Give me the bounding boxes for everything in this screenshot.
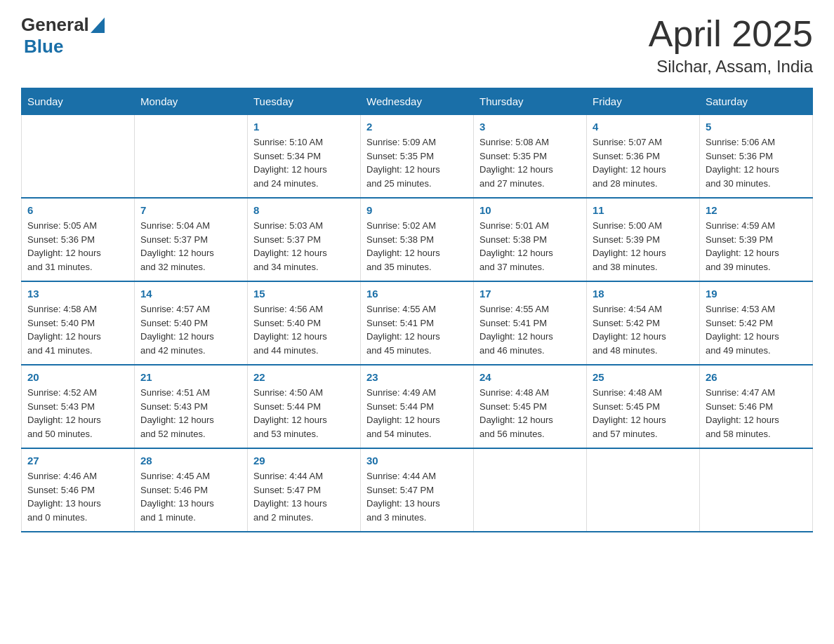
day-info: Sunrise: 4:45 AMSunset: 5:46 PMDaylight:… — [140, 469, 241, 524]
day-info: Sunrise: 4:52 AMSunset: 5:43 PMDaylight:… — [27, 386, 128, 441]
calendar-title: April 2025 — [649, 14, 813, 54]
logo-general-text: General — [21, 14, 89, 36]
day-info: Sunrise: 5:01 AMSunset: 5:38 PMDaylight:… — [479, 219, 581, 274]
day-info: Sunrise: 4:59 AMSunset: 5:39 PMDaylight:… — [706, 219, 807, 274]
calendar-cell: 26Sunrise: 4:47 AMSunset: 5:46 PMDayligh… — [700, 365, 813, 448]
day-info: Sunrise: 5:03 AMSunset: 5:37 PMDaylight:… — [253, 219, 355, 274]
calendar-week-row: 20Sunrise: 4:52 AMSunset: 5:43 PMDayligh… — [22, 365, 813, 448]
day-number: 8 — [253, 204, 355, 216]
day-info: Sunrise: 4:58 AMSunset: 5:40 PMDaylight:… — [27, 302, 128, 357]
day-info: Sunrise: 5:02 AMSunset: 5:38 PMDaylight:… — [366, 219, 468, 274]
day-info: Sunrise: 5:06 AMSunset: 5:36 PMDaylight:… — [706, 135, 807, 190]
day-number: 4 — [593, 121, 694, 133]
day-number: 18 — [593, 288, 694, 300]
day-number: 15 — [253, 288, 355, 300]
day-info: Sunrise: 5:07 AMSunset: 5:36 PMDaylight:… — [593, 135, 694, 190]
day-number: 7 — [140, 204, 241, 216]
day-info: Sunrise: 4:49 AMSunset: 5:44 PMDaylight:… — [366, 386, 468, 441]
day-number: 16 — [366, 288, 468, 300]
calendar-cell — [474, 448, 587, 532]
weekday-header-wednesday: Wednesday — [361, 88, 474, 115]
calendar-week-row: 1Sunrise: 5:10 AMSunset: 5:34 PMDaylight… — [22, 115, 813, 199]
svg-marker-0 — [91, 18, 105, 33]
day-info: Sunrise: 4:44 AMSunset: 5:47 PMDaylight:… — [253, 469, 355, 524]
day-number: 23 — [366, 371, 468, 383]
calendar-subtitle: Silchar, Assam, India — [649, 57, 813, 76]
day-number: 28 — [140, 455, 241, 467]
calendar-cell: 22Sunrise: 4:50 AMSunset: 5:44 PMDayligh… — [248, 365, 361, 448]
calendar-cell: 28Sunrise: 4:45 AMSunset: 5:46 PMDayligh… — [135, 448, 248, 532]
day-number: 6 — [27, 204, 128, 216]
day-number: 26 — [706, 371, 807, 383]
day-info: Sunrise: 5:00 AMSunset: 5:39 PMDaylight:… — [593, 219, 694, 274]
day-info: Sunrise: 4:57 AMSunset: 5:40 PMDaylight:… — [140, 302, 241, 357]
calendar-cell: 1Sunrise: 5:10 AMSunset: 5:34 PMDaylight… — [248, 115, 361, 199]
calendar-cell: 13Sunrise: 4:58 AMSunset: 5:40 PMDayligh… — [22, 281, 135, 365]
day-number: 21 — [140, 371, 241, 383]
calendar-cell — [587, 448, 700, 532]
day-info: Sunrise: 4:48 AMSunset: 5:45 PMDaylight:… — [593, 386, 694, 441]
day-info: Sunrise: 4:44 AMSunset: 5:47 PMDaylight:… — [366, 469, 468, 524]
logo-blue-text: Blue — [24, 36, 63, 57]
calendar-table: SundayMondayTuesdayWednesdayThursdayFrid… — [21, 88, 813, 532]
title-block: April 2025 Silchar, Assam, India — [649, 14, 813, 76]
calendar-cell: 8Sunrise: 5:03 AMSunset: 5:37 PMDaylight… — [248, 198, 361, 281]
weekday-header-friday: Friday — [587, 88, 700, 115]
day-number: 3 — [479, 121, 581, 133]
logo: General Blue — [21, 14, 105, 58]
day-number: 19 — [706, 288, 807, 300]
day-number: 5 — [706, 121, 807, 133]
weekday-header-monday: Monday — [135, 88, 248, 115]
day-info: Sunrise: 5:08 AMSunset: 5:35 PMDaylight:… — [479, 135, 581, 190]
weekday-header-tuesday: Tuesday — [248, 88, 361, 115]
page-header: General Blue April 2025 Silchar, Assam, … — [21, 14, 813, 76]
calendar-cell: 18Sunrise: 4:54 AMSunset: 5:42 PMDayligh… — [587, 281, 700, 365]
day-info: Sunrise: 4:51 AMSunset: 5:43 PMDaylight:… — [140, 386, 241, 441]
calendar-cell: 16Sunrise: 4:55 AMSunset: 5:41 PMDayligh… — [361, 281, 474, 365]
calendar-cell: 10Sunrise: 5:01 AMSunset: 5:38 PMDayligh… — [474, 198, 587, 281]
calendar-week-row: 13Sunrise: 4:58 AMSunset: 5:40 PMDayligh… — [22, 281, 813, 365]
day-info: Sunrise: 4:55 AMSunset: 5:41 PMDaylight:… — [366, 302, 468, 357]
calendar-cell: 27Sunrise: 4:46 AMSunset: 5:46 PMDayligh… — [22, 448, 135, 532]
calendar-cell: 21Sunrise: 4:51 AMSunset: 5:43 PMDayligh… — [135, 365, 248, 448]
day-info: Sunrise: 4:47 AMSunset: 5:46 PMDaylight:… — [706, 386, 807, 441]
calendar-cell: 17Sunrise: 4:55 AMSunset: 5:41 PMDayligh… — [474, 281, 587, 365]
day-info: Sunrise: 4:48 AMSunset: 5:45 PMDaylight:… — [479, 386, 581, 441]
day-info: Sunrise: 4:56 AMSunset: 5:40 PMDaylight:… — [253, 302, 355, 357]
day-number: 9 — [366, 204, 468, 216]
weekday-header-thursday: Thursday — [474, 88, 587, 115]
day-info: Sunrise: 4:54 AMSunset: 5:42 PMDaylight:… — [593, 302, 694, 357]
day-number: 29 — [253, 455, 355, 467]
day-info: Sunrise: 5:05 AMSunset: 5:36 PMDaylight:… — [27, 219, 128, 274]
day-info: Sunrise: 4:55 AMSunset: 5:41 PMDaylight:… — [479, 302, 581, 357]
day-info: Sunrise: 5:09 AMSunset: 5:35 PMDaylight:… — [366, 135, 468, 190]
calendar-cell — [700, 448, 813, 532]
day-info: Sunrise: 4:50 AMSunset: 5:44 PMDaylight:… — [253, 386, 355, 441]
calendar-cell: 30Sunrise: 4:44 AMSunset: 5:47 PMDayligh… — [361, 448, 474, 532]
calendar-cell: 25Sunrise: 4:48 AMSunset: 5:45 PMDayligh… — [587, 365, 700, 448]
weekday-header-sunday: Sunday — [22, 88, 135, 115]
day-number: 20 — [27, 371, 128, 383]
day-number: 11 — [593, 204, 694, 216]
calendar-cell: 6Sunrise: 5:05 AMSunset: 5:36 PMDaylight… — [22, 198, 135, 281]
day-info: Sunrise: 5:10 AMSunset: 5:34 PMDaylight:… — [253, 135, 355, 190]
calendar-cell: 15Sunrise: 4:56 AMSunset: 5:40 PMDayligh… — [248, 281, 361, 365]
logo-triangle-icon — [91, 18, 105, 33]
calendar-cell: 3Sunrise: 5:08 AMSunset: 5:35 PMDaylight… — [474, 115, 587, 199]
day-number: 27 — [27, 455, 128, 467]
day-number: 25 — [593, 371, 694, 383]
day-number: 22 — [253, 371, 355, 383]
day-number: 12 — [706, 204, 807, 216]
logo-icon: General Blue — [21, 14, 105, 58]
calendar-cell: 23Sunrise: 4:49 AMSunset: 5:44 PMDayligh… — [361, 365, 474, 448]
calendar-week-row: 6Sunrise: 5:05 AMSunset: 5:36 PMDaylight… — [22, 198, 813, 281]
day-info: Sunrise: 4:46 AMSunset: 5:46 PMDaylight:… — [27, 469, 128, 524]
day-number: 24 — [479, 371, 581, 383]
day-info: Sunrise: 4:53 AMSunset: 5:42 PMDaylight:… — [706, 302, 807, 357]
day-info: Sunrise: 5:04 AMSunset: 5:37 PMDaylight:… — [140, 219, 241, 274]
calendar-cell: 14Sunrise: 4:57 AMSunset: 5:40 PMDayligh… — [135, 281, 248, 365]
weekday-header-row: SundayMondayTuesdayWednesdayThursdayFrid… — [22, 88, 813, 115]
day-number: 2 — [366, 121, 468, 133]
calendar-cell: 11Sunrise: 5:00 AMSunset: 5:39 PMDayligh… — [587, 198, 700, 281]
calendar-cell: 9Sunrise: 5:02 AMSunset: 5:38 PMDaylight… — [361, 198, 474, 281]
